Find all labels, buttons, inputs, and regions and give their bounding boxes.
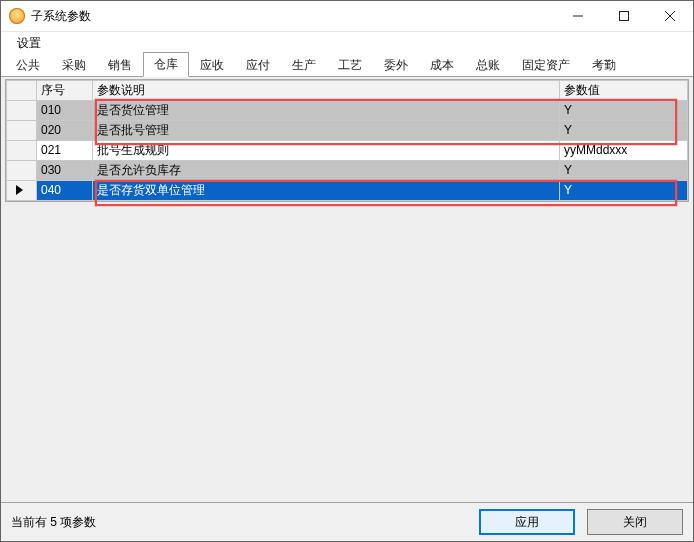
tab-6[interactable]: 生产 [281,53,327,77]
cell-desc[interactable]: 是否允许负库存 [93,161,560,181]
tabstrip: 公共采购销售仓库应收应付生产工艺委外成本总账固定资产考勤 [1,54,693,77]
tab-2[interactable]: 销售 [97,53,143,77]
table-row[interactable]: 040是否存货双单位管理Y [7,181,688,201]
close-dialog-button[interactable]: 关闭 [587,509,683,535]
app-icon [9,8,25,24]
titlebar: 子系统参数 [1,1,693,32]
tab-1[interactable]: 采购 [51,53,97,77]
tab-12[interactable]: 考勤 [581,53,627,77]
cell-desc[interactable]: 是否批号管理 [93,121,560,141]
col-rowheader[interactable] [7,81,37,101]
tab-4[interactable]: 应收 [189,53,235,77]
window: 子系统参数 设置 公共采购销售仓库应收应付生产工艺委外成本总账固定资产考勤 [0,0,694,542]
minimize-button[interactable] [555,1,601,31]
col-desc[interactable]: 参数说明 [93,81,560,101]
tab-8[interactable]: 委外 [373,53,419,77]
table-row[interactable]: 021批号生成规则yyMMddxxx [7,141,688,161]
grid-area: 序号 参数说明 参数值 010是否货位管理Y020是否批号管理Y021批号生成规… [1,77,693,502]
row-header[interactable] [7,181,37,201]
cell-serial[interactable]: 010 [37,101,93,121]
row-header[interactable] [7,101,37,121]
cell-desc[interactable]: 是否存货双单位管理 [93,181,560,201]
cell-serial[interactable]: 021 [37,141,93,161]
cell-value[interactable]: yyMMddxxx [560,141,688,161]
cell-serial[interactable]: 030 [37,161,93,181]
col-serial[interactable]: 序号 [37,81,93,101]
footer: 当前有 5 项参数 应用 关闭 [1,502,693,541]
menu-settings[interactable]: 设置 [11,33,47,54]
apply-button[interactable]: 应用 [479,509,575,535]
cell-serial[interactable]: 040 [37,181,93,201]
cell-value[interactable]: Y [560,101,688,121]
row-header[interactable] [7,161,37,181]
table-row[interactable]: 010是否货位管理Y [7,101,688,121]
status-text: 当前有 5 项参数 [11,514,467,531]
cell-desc[interactable]: 批号生成规则 [93,141,560,161]
parameter-table: 序号 参数说明 参数值 010是否货位管理Y020是否批号管理Y021批号生成规… [6,80,688,201]
window-title: 子系统参数 [31,8,91,25]
tab-10[interactable]: 总账 [465,53,511,77]
row-header[interactable] [7,121,37,141]
table-row[interactable]: 030是否允许负库存Y [7,161,688,181]
cell-desc[interactable]: 是否货位管理 [93,101,560,121]
row-header[interactable] [7,141,37,161]
cell-value[interactable]: Y [560,161,688,181]
tab-7[interactable]: 工艺 [327,53,373,77]
grid: 序号 参数说明 参数值 010是否货位管理Y020是否批号管理Y021批号生成规… [5,79,689,202]
table-header-row: 序号 参数说明 参数值 [7,81,688,101]
menubar: 设置 [1,32,693,54]
tab-3[interactable]: 仓库 [143,52,189,77]
cell-serial[interactable]: 020 [37,121,93,141]
cell-value[interactable]: Y [560,121,688,141]
table-row[interactable]: 020是否批号管理Y [7,121,688,141]
close-button[interactable] [647,1,693,31]
tab-5[interactable]: 应付 [235,53,281,77]
tab-0[interactable]: 公共 [5,53,51,77]
svg-rect-0 [620,12,629,21]
tab-11[interactable]: 固定资产 [511,53,581,77]
maximize-button[interactable] [601,1,647,31]
col-value[interactable]: 参数值 [560,81,688,101]
cell-value[interactable]: Y [560,181,688,201]
tab-9[interactable]: 成本 [419,53,465,77]
